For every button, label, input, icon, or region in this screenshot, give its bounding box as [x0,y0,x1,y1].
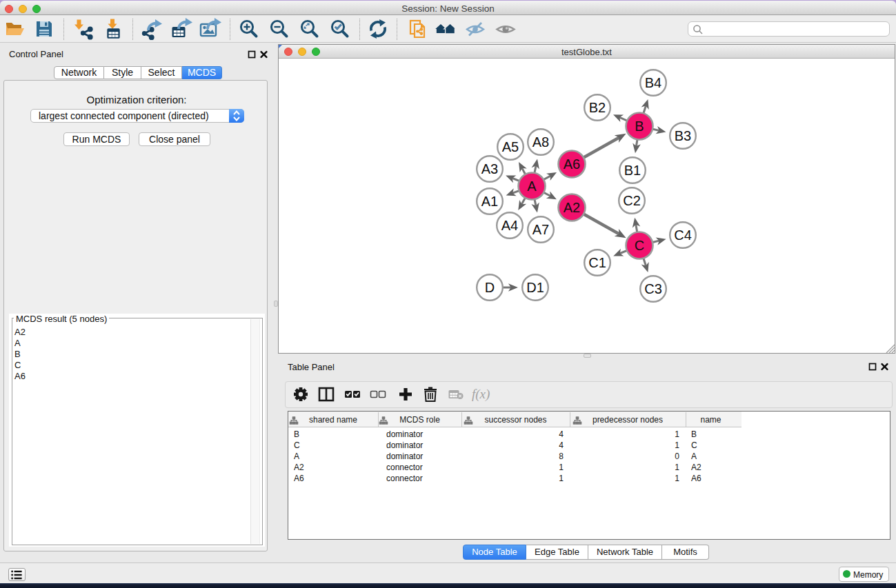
svg-text:A8: A8 [532,134,549,150]
svg-text:C1: C1 [588,255,606,270]
svg-text:C4: C4 [674,227,692,243]
svg-text:A7: A7 [532,222,549,237]
svg-text:A5: A5 [502,139,519,154]
svg-text:D: D [485,280,495,295]
svg-text:C: C [635,238,644,253]
svg-text:A3: A3 [481,161,498,176]
svg-text:B: B [635,119,644,134]
svg-text:A1: A1 [481,194,498,209]
svg-text:A4: A4 [501,218,518,233]
svg-text:A: A [527,179,537,194]
svg-text:C2: C2 [623,193,641,208]
svg-text:C3: C3 [644,281,662,296]
svg-text:A2: A2 [564,200,580,215]
svg-text:A6: A6 [564,156,580,172]
svg-text:D1: D1 [526,280,544,295]
svg-text:B3: B3 [675,128,691,143]
svg-text:B1: B1 [624,163,641,178]
svg-text:B4: B4 [645,75,661,90]
svg-text:B2: B2 [589,100,606,115]
